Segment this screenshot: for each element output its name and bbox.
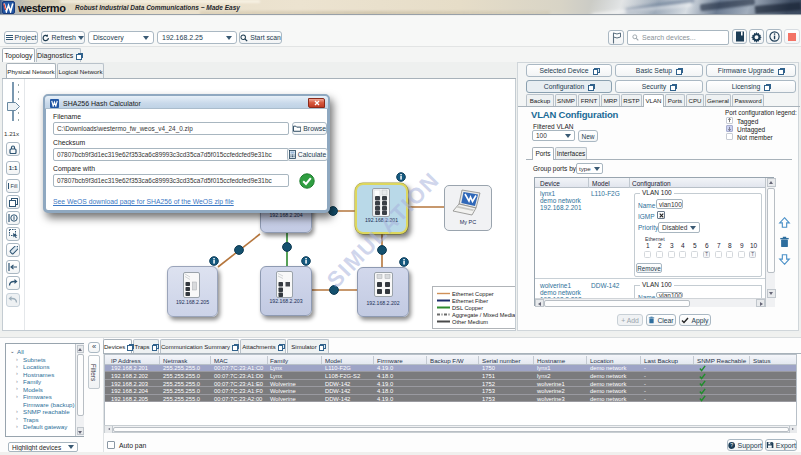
svg-text:?: ? xyxy=(730,442,733,448)
